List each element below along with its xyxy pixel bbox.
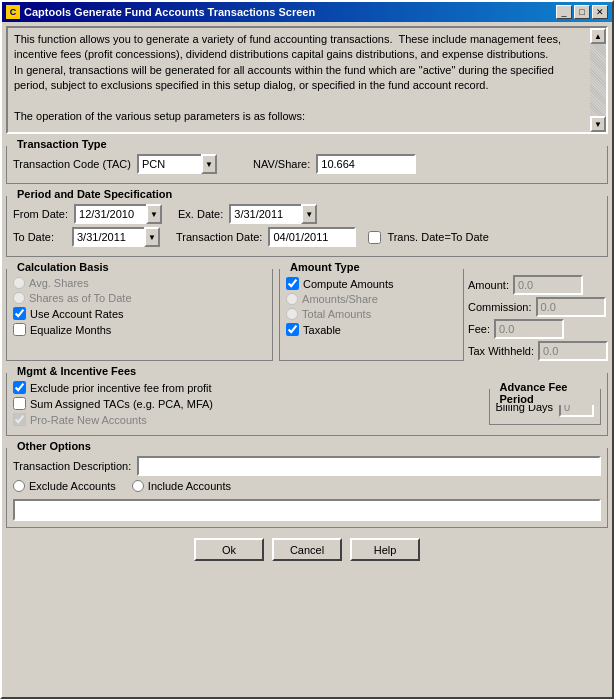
window-icon: C — [6, 5, 20, 19]
use-account-rates-label: Use Account Rates — [30, 308, 124, 320]
include-accounts-radio[interactable] — [132, 480, 144, 492]
main-window: C Captools Generate Fund Accounts Transa… — [0, 0, 614, 699]
minimize-button[interactable]: _ — [556, 5, 572, 19]
advance-fee-group: Advance Fee Period Billing Days — [489, 389, 601, 425]
include-accounts-label: Include Accounts — [148, 480, 231, 492]
to-date-label: To Date: — [13, 231, 54, 243]
avg-shares-radio[interactable] — [13, 277, 25, 289]
mgmt-fees-label: Mgmt & Incentive Fees — [15, 365, 138, 377]
transaction-type-label: Transaction Type — [15, 138, 109, 150]
scroll-up-button[interactable]: ▲ — [590, 28, 606, 44]
amount-fields: Amount: Commission: Fee: Tax Withheld: — [468, 261, 608, 361]
fee-input[interactable] — [494, 319, 564, 339]
trans-date-label: Transaction Date: — [176, 231, 262, 243]
ex-date-input[interactable] — [229, 204, 317, 224]
scroll-down-button[interactable]: ▼ — [590, 116, 606, 132]
trans-date-to-date-label: Trans. Date=To Date — [387, 231, 488, 243]
amounts-per-share-label: Amounts/Share — [302, 293, 378, 305]
trans-desc-label: Transaction Description: — [13, 460, 131, 472]
shares-to-date-radio[interactable] — [13, 292, 25, 304]
period-label: Period and Date Specification — [15, 188, 174, 200]
other-options-label: Other Options — [15, 440, 93, 452]
tax-withheld-input[interactable] — [538, 341, 608, 361]
avg-shares-label: Avg. Shares — [29, 277, 89, 289]
to-date-input[interactable] — [72, 227, 160, 247]
calc-basis-label: Calculation Basis — [15, 261, 111, 273]
exclude-accounts-label: Exclude Accounts — [29, 480, 116, 492]
description-scrollbar[interactable]: ▲ ▼ — [590, 28, 606, 132]
sum-assigned-label: Sum Assigned TACs (e.g. PCA, MFA) — [30, 398, 213, 410]
from-date-wrapper[interactable]: ▼ — [74, 204, 162, 224]
commission-label: Commission: — [468, 301, 532, 313]
period-group: Period and Date Specification From Date:… — [6, 196, 608, 257]
ex-date-wrapper[interactable]: ▼ — [229, 204, 317, 224]
tac-select[interactable]: PCN MFE — [137, 154, 217, 174]
ex-date-label: Ex. Date: — [178, 208, 223, 220]
to-date-wrapper[interactable]: ▼ — [72, 227, 160, 247]
advance-fee-label: Advance Fee Period — [498, 381, 600, 405]
close-button[interactable]: ✕ — [592, 5, 608, 19]
help-button[interactable]: Help — [350, 538, 420, 561]
pro-rate-label: Pro-Rate New Accounts — [30, 414, 147, 426]
taxable-label: Taxable — [303, 324, 341, 336]
nav-label: NAV/Share: — [253, 158, 310, 170]
trans-date-input[interactable] — [268, 227, 356, 247]
tac-label: Transaction Code (TAC) — [13, 158, 131, 170]
amount-input[interactable] — [513, 275, 583, 295]
taxable-checkbox[interactable] — [286, 323, 299, 336]
from-date-label: From Date: — [13, 208, 68, 220]
from-date-input[interactable] — [74, 204, 162, 224]
cancel-button[interactable]: Cancel — [272, 538, 342, 561]
equalize-months-checkbox[interactable] — [13, 323, 26, 336]
shares-to-date-label: Shares as of To Date — [29, 292, 132, 304]
mgmt-fees-group: Mgmt & Incentive Fees Exclude prior ince… — [6, 373, 608, 436]
main-content: This function allows you to generate a v… — [2, 22, 612, 697]
transaction-type-group: Transaction Type Transaction Code (TAC) … — [6, 146, 608, 184]
scroll-track[interactable] — [590, 44, 606, 116]
amounts-per-share-radio[interactable] — [286, 293, 298, 305]
maximize-button[interactable]: □ — [574, 5, 590, 19]
bottom-buttons: Ok Cancel Help — [6, 532, 608, 565]
other-options-group: Other Options Transaction Description: E… — [6, 448, 608, 528]
amount-type-group: Amount Type Compute Amounts Amounts/Shar… — [279, 269, 464, 361]
description-box: This function allows you to generate a v… — [6, 26, 608, 134]
total-amounts-label: Total Amounts — [302, 308, 371, 320]
compute-amounts-label: Compute Amounts — [303, 278, 394, 290]
tac-select-wrapper[interactable]: PCN MFE ▼ — [137, 154, 217, 174]
ok-button[interactable]: Ok — [194, 538, 264, 561]
accounts-input[interactable] — [13, 499, 601, 521]
sum-assigned-checkbox[interactable] — [13, 397, 26, 410]
calc-basis-group: Calculation Basis Avg. Shares Shares as … — [6, 269, 273, 361]
use-account-rates-checkbox[interactable] — [13, 307, 26, 320]
trans-date-to-date-checkbox[interactable] — [368, 231, 381, 244]
amount-type-label: Amount Type — [288, 261, 361, 273]
amount-label: Amount: — [468, 279, 509, 291]
exclude-prior-checkbox[interactable] — [13, 381, 26, 394]
equalize-months-label: Equalize Months — [30, 324, 111, 336]
commission-input[interactable] — [536, 297, 606, 317]
pro-rate-checkbox[interactable] — [13, 413, 26, 426]
title-bar: C Captools Generate Fund Accounts Transa… — [2, 2, 612, 22]
trans-desc-input[interactable] — [137, 456, 601, 476]
total-amounts-radio[interactable] — [286, 308, 298, 320]
exclude-prior-label: Exclude prior incentive fee from profit — [30, 382, 212, 394]
exclude-accounts-radio[interactable] — [13, 480, 25, 492]
tax-withheld-label: Tax Withheld: — [468, 345, 534, 357]
nav-input[interactable] — [316, 154, 416, 174]
window-title: Captools Generate Fund Accounts Transact… — [24, 6, 315, 18]
compute-amounts-checkbox[interactable] — [286, 277, 299, 290]
description-text: This function allows you to generate a v… — [8, 28, 590, 132]
fee-label: Fee: — [468, 323, 490, 335]
